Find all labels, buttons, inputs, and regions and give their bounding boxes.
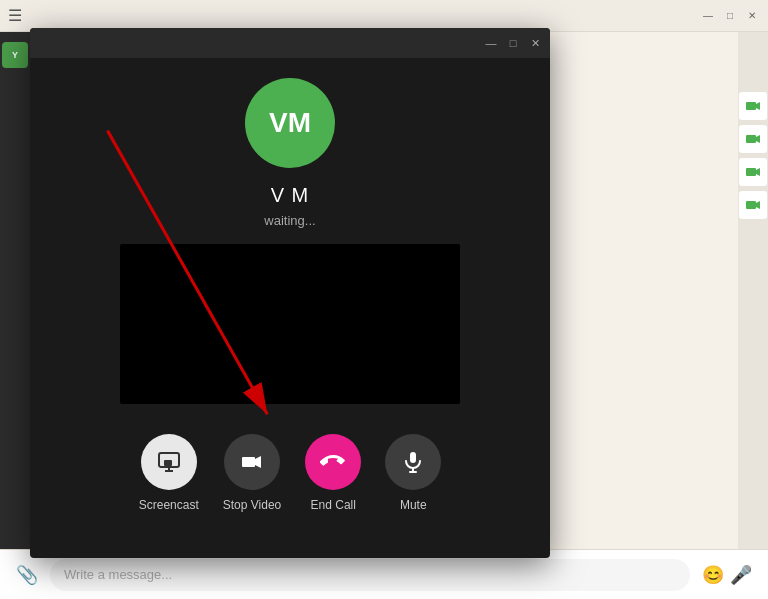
call-status: waiting...	[264, 213, 315, 228]
chat-input[interactable]: Write a message...	[50, 559, 690, 591]
menu-icon[interactable]: ☰	[8, 6, 22, 25]
video-item-1	[739, 92, 767, 120]
svg-marker-7	[756, 201, 760, 209]
video-preview	[120, 244, 460, 404]
mute-button[interactable]	[385, 434, 441, 490]
call-window: — □ ✕ VM V M waiting... Screencast	[30, 28, 550, 558]
call-close-btn[interactable]: ✕	[528, 36, 542, 50]
svg-marker-1	[756, 102, 760, 110]
svg-rect-14	[410, 452, 416, 463]
bg-sidebar: Y	[0, 32, 30, 549]
mute-label: Mute	[400, 498, 427, 512]
end-call-label: End Call	[311, 498, 356, 512]
titlebar-controls: — □ ✕	[700, 8, 760, 24]
video-item-2	[739, 125, 767, 153]
screencast-control[interactable]: Screencast	[139, 434, 199, 512]
mic-icon[interactable]: 🎤	[730, 564, 752, 586]
bg-right-panel	[738, 32, 768, 549]
chat-placeholder: Write a message...	[64, 567, 172, 582]
stop-video-label: Stop Video	[223, 498, 282, 512]
call-minimize-btn[interactable]: —	[484, 36, 498, 50]
call-restore-btn[interactable]: □	[506, 36, 520, 50]
mute-control[interactable]: Mute	[385, 434, 441, 512]
video-item-4	[739, 191, 767, 219]
svg-marker-13	[255, 456, 261, 468]
sidebar-item[interactable]: Y	[2, 42, 28, 68]
video-item-3	[739, 158, 767, 186]
call-titlebar: — □ ✕	[30, 28, 550, 58]
svg-rect-4	[746, 168, 756, 176]
screencast-button[interactable]	[141, 434, 197, 490]
chat-right-icons: 😊 🎤	[702, 564, 752, 586]
minimize-btn[interactable]: —	[700, 8, 716, 24]
svg-rect-0	[746, 102, 756, 110]
svg-rect-12	[242, 457, 255, 467]
screencast-label: Screencast	[139, 498, 199, 512]
video-camera-icon	[240, 450, 264, 474]
svg-rect-9	[164, 460, 172, 466]
stop-video-control[interactable]: Stop Video	[223, 434, 282, 512]
end-call-control[interactable]: End Call	[305, 434, 361, 512]
stop-video-button[interactable]	[224, 434, 280, 490]
caller-name: V M	[271, 184, 310, 207]
restore-btn[interactable]: □	[722, 8, 738, 24]
svg-rect-2	[746, 135, 756, 143]
svg-marker-5	[756, 168, 760, 176]
phone-down-icon	[320, 449, 346, 475]
screencast-icon	[157, 450, 181, 474]
end-call-button[interactable]	[305, 434, 361, 490]
emoji-icon[interactable]: 😊	[702, 564, 724, 586]
call-controls: Screencast Stop Video End Call	[139, 434, 442, 512]
microphone-icon	[401, 450, 425, 474]
svg-rect-6	[746, 201, 756, 209]
svg-marker-3	[756, 135, 760, 143]
attachment-icon[interactable]: 📎	[16, 564, 38, 586]
caller-avatar: VM	[245, 78, 335, 168]
avatar-initials: VM	[269, 107, 311, 139]
call-body: VM V M waiting... Screencast	[30, 58, 550, 558]
close-btn[interactable]: ✕	[744, 8, 760, 24]
